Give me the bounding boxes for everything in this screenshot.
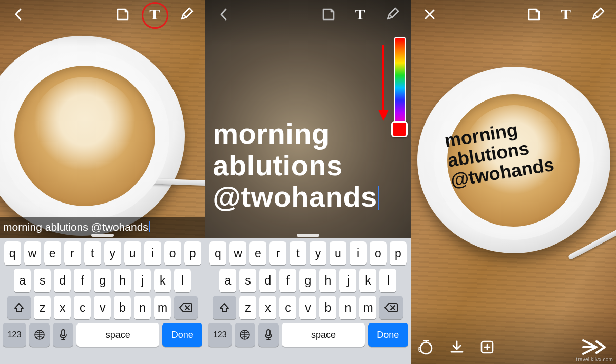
key-v[interactable]: v <box>299 296 316 319</box>
key-z[interactable]: z <box>239 296 256 319</box>
key-d[interactable]: d <box>54 269 71 292</box>
key-i[interactable]: i <box>144 241 161 265</box>
key-n[interactable]: n <box>339 296 356 319</box>
key-m[interactable]: m <box>359 296 376 319</box>
globe-key[interactable] <box>235 323 255 347</box>
back-icon[interactable] <box>214 4 234 25</box>
pencil-icon[interactable] <box>176 4 197 25</box>
close-icon[interactable] <box>419 4 440 25</box>
key-a[interactable]: a <box>219 269 236 292</box>
numbers-key[interactable]: 123 <box>3 323 26 347</box>
text-tool-button[interactable]: T <box>350 4 371 25</box>
key-r[interactable]: r <box>64 241 81 265</box>
key-h[interactable]: h <box>319 269 336 292</box>
key-k[interactable]: k <box>359 269 376 292</box>
key-t[interactable]: t <box>84 241 101 265</box>
key-q[interactable]: q <box>4 241 21 265</box>
key-d[interactable]: d <box>259 269 276 292</box>
key-z[interactable]: z <box>34 296 51 319</box>
text-icon: T <box>149 7 160 22</box>
timer-badge: 5 <box>418 346 422 353</box>
panel-1-default-text: T morning ablutions @twohands qwertyuiop… <box>0 0 205 364</box>
done-key[interactable]: Done <box>162 323 202 347</box>
key-x[interactable]: x <box>54 296 71 319</box>
key-i[interactable]: i <box>350 241 367 265</box>
key-y[interactable]: y <box>104 241 121 265</box>
add-story-button[interactable] <box>480 340 494 354</box>
keyboard-handle[interactable] <box>91 234 114 237</box>
key-t[interactable]: t <box>290 241 306 265</box>
save-button[interactable] <box>449 340 465 354</box>
key-j[interactable]: j <box>339 269 356 292</box>
key-j[interactable]: j <box>134 269 151 292</box>
annotation-red-arrow <box>377 45 390 124</box>
sticker-icon[interactable] <box>318 4 339 25</box>
color-slider[interactable] <box>394 37 406 126</box>
key-a[interactable]: a <box>14 269 31 292</box>
key-f[interactable]: f <box>279 269 296 292</box>
large-text-line: @twohands <box>213 181 403 213</box>
key-k[interactable]: k <box>154 269 171 292</box>
space-key[interactable]: space <box>282 323 364 347</box>
key-x[interactable]: x <box>259 296 276 319</box>
text-tool-button[interactable]: T <box>144 4 165 25</box>
key-r[interactable]: r <box>270 241 286 265</box>
key-o[interactable]: o <box>164 241 181 265</box>
key-m[interactable]: m <box>154 296 171 319</box>
sticker-icon[interactable] <box>524 4 544 25</box>
key-u[interactable]: u <box>124 241 141 265</box>
key-l[interactable]: l <box>379 269 396 292</box>
send-button[interactable] <box>579 337 609 357</box>
key-w[interactable]: w <box>24 241 41 265</box>
key-u[interactable]: u <box>330 241 346 265</box>
key-c[interactable]: c <box>74 296 91 319</box>
backspace-key[interactable] <box>379 296 403 319</box>
key-q[interactable]: q <box>209 241 226 265</box>
timer-button[interactable]: 5 <box>418 339 434 355</box>
key-b[interactable]: b <box>319 296 336 319</box>
backspace-key[interactable] <box>174 296 198 319</box>
panel-2-large-text: T morning ablutions @twohands qwertyuiop… <box>205 0 410 364</box>
keyboard-handle[interactable] <box>297 234 319 237</box>
large-text-input[interactable]: morning ablutions @twohands <box>213 118 403 213</box>
keyboard-row-3: zxcvbnm <box>205 292 410 319</box>
key-s[interactable]: s <box>34 269 51 292</box>
shift-key[interactable] <box>213 296 236 319</box>
globe-key[interactable] <box>29 323 50 347</box>
key-e[interactable]: e <box>249 241 266 265</box>
pencil-icon[interactable] <box>587 4 608 25</box>
sticker-icon[interactable] <box>112 4 133 25</box>
keyboard-row-4: 123 space Done <box>0 319 205 350</box>
color-slider-knob[interactable] <box>391 121 408 137</box>
mic-key[interactable] <box>53 323 73 347</box>
mic-key[interactable] <box>258 323 279 347</box>
text-tool-button[interactable]: T <box>555 4 576 25</box>
key-s[interactable]: s <box>239 269 256 292</box>
editor-toolbar: T <box>205 0 410 29</box>
key-b[interactable]: b <box>114 296 131 319</box>
text-icon: T <box>561 7 571 22</box>
key-w[interactable]: w <box>229 241 246 265</box>
key-o[interactable]: o <box>370 241 387 265</box>
key-p[interactable]: p <box>184 241 201 265</box>
key-c[interactable]: c <box>279 296 296 319</box>
key-l[interactable]: l <box>174 269 191 292</box>
key-v[interactable]: v <box>94 296 111 319</box>
key-g[interactable]: g <box>299 269 316 292</box>
shift-key[interactable] <box>7 296 31 319</box>
text-icon: T <box>355 7 365 22</box>
back-icon[interactable] <box>8 4 29 25</box>
space-key[interactable]: space <box>76 323 159 347</box>
key-n[interactable]: n <box>134 296 151 319</box>
key-h[interactable]: h <box>114 269 131 292</box>
keyboard: qwertyuiop asdfghjkl zxcvbnm 123 <box>0 238 205 364</box>
key-f[interactable]: f <box>74 269 91 292</box>
done-key[interactable]: Done <box>368 323 408 347</box>
key-g[interactable]: g <box>94 269 111 292</box>
key-p[interactable]: p <box>390 241 407 265</box>
numbers-key[interactable]: 123 <box>208 323 232 347</box>
key-y[interactable]: y <box>310 241 326 265</box>
pencil-icon[interactable] <box>382 4 402 25</box>
keyboard-row-1: qwertyuiop <box>0 238 205 265</box>
key-e[interactable]: e <box>44 241 61 265</box>
